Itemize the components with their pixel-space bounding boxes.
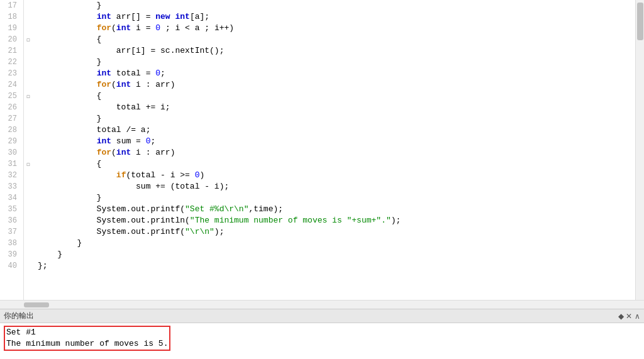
fold-marker [24, 204, 33, 215]
fold-marker [24, 147, 33, 158]
line-number: 31 [4, 158, 19, 170]
fold-marker [24, 249, 33, 260]
line-number: 30 [4, 147, 19, 158]
fold-marker [24, 181, 33, 192]
line-number: 25 [4, 91, 19, 102]
fold-marker [24, 192, 33, 204]
line-number: 23 [4, 68, 19, 79]
line-number: 26 [4, 102, 19, 113]
code-line: }; [38, 260, 635, 272]
code-line: sum += (total - i); [38, 181, 635, 192]
vertical-scrollbar[interactable] [635, 0, 644, 300]
fold-marker [24, 226, 33, 238]
output-dock-button[interactable]: ◆ ✕ [618, 312, 632, 321]
line-number: 17 [4, 0, 19, 11]
fold-marker [24, 260, 33, 272]
line-number: 39 [4, 249, 19, 260]
code-line: for(int i : arr) [38, 79, 635, 91]
code-content: } int arr[] = new int[a]; for(int i = 0 … [33, 0, 635, 300]
fold-marker [24, 23, 33, 34]
line-number: 32 [4, 170, 19, 181]
code-line: int sum = 0; [38, 136, 635, 147]
fold-marker [24, 0, 33, 11]
line-number: 28 [4, 124, 19, 136]
code-line: total /= a; [38, 124, 635, 136]
code-line: for(int i = 0 ; i < a ; i++) [38, 23, 635, 34]
fold-marker [24, 136, 33, 147]
fold-marker [24, 11, 33, 23]
line-number: 18 [4, 11, 19, 23]
horizontal-scrollbar[interactable] [0, 300, 644, 309]
line-number: 36 [4, 215, 19, 226]
line-number: 27 [4, 113, 19, 124]
code-editor: 1718192021222324252627282930313233343536… [0, 0, 644, 300]
line-number: 19 [4, 23, 19, 34]
code-line: System.out.printf("Set #%d\r\n",time); [38, 204, 635, 215]
fold-marker [24, 57, 33, 68]
output-panel-title: 你的輸出 [4, 311, 34, 321]
code-line: arr[i] = sc.nextInt(); [38, 45, 635, 57]
code-line: } [38, 238, 635, 249]
code-line: int total = 0; [38, 68, 635, 79]
fold-marker [24, 170, 33, 181]
output-highlight: Set #1 The minimum number of moves is 5. [4, 326, 170, 351]
fold-marker [24, 45, 33, 57]
line-number: 29 [4, 136, 19, 147]
output-panel: 你的輸出 ◆ ✕ ∧ Set #1 The minimum number of … [0, 309, 644, 359]
output-line-1: Set #1 [6, 327, 168, 338]
output-scroll-up[interactable]: ∧ [635, 312, 640, 321]
line-number: 22 [4, 57, 19, 68]
fold-marker[interactable]: ◻ [24, 34, 33, 45]
line-numbers: 1718192021222324252627282930313233343536… [0, 0, 24, 300]
code-line: int arr[] = new int[a]; [38, 11, 635, 23]
fold-marker [24, 79, 33, 91]
code-line: if(total - i >= 0) [38, 170, 635, 181]
code-line: } [38, 113, 635, 124]
line-number: 38 [4, 238, 19, 249]
line-number: 37 [4, 226, 19, 238]
code-line: } [38, 249, 635, 260]
line-number: 20 [4, 34, 19, 45]
fold-gutter: ◻◻◻ [24, 0, 33, 300]
output-body: Set #1 The minimum number of moves is 5. [0, 323, 644, 359]
code-line: for(int i : arr) [38, 147, 635, 158]
fold-marker [24, 68, 33, 79]
code-line: { [38, 158, 635, 170]
line-number: 40 [4, 260, 19, 272]
code-line: } [38, 0, 635, 11]
fold-marker [24, 113, 33, 124]
code-line: } [38, 192, 635, 204]
scrollbar-thumb-h[interactable] [24, 302, 49, 307]
code-line: } [38, 57, 635, 68]
fold-marker [24, 215, 33, 226]
scrollbar-thumb-v[interactable] [637, 3, 643, 40]
line-number: 33 [4, 181, 19, 192]
code-line: { [38, 34, 635, 45]
line-number: 34 [4, 192, 19, 204]
code-line: total += i; [38, 102, 635, 113]
output-header-actions: ◆ ✕ ∧ [618, 312, 640, 321]
fold-marker [24, 124, 33, 136]
fold-marker[interactable]: ◻ [24, 158, 33, 170]
code-line: System.out.println("The minimum number o… [38, 215, 635, 226]
output-line-2: The minimum number of moves is 5. [6, 338, 168, 350]
code-line: { [38, 91, 635, 102]
fold-marker[interactable]: ◻ [24, 91, 33, 102]
output-header: 你的輸出 ◆ ✕ ∧ [0, 309, 644, 323]
line-number: 21 [4, 45, 19, 57]
code-line: System.out.printf("\r\n"); [38, 226, 635, 238]
line-number: 35 [4, 204, 19, 215]
fold-marker [24, 102, 33, 113]
line-number: 24 [4, 79, 19, 91]
fold-marker [24, 238, 33, 249]
